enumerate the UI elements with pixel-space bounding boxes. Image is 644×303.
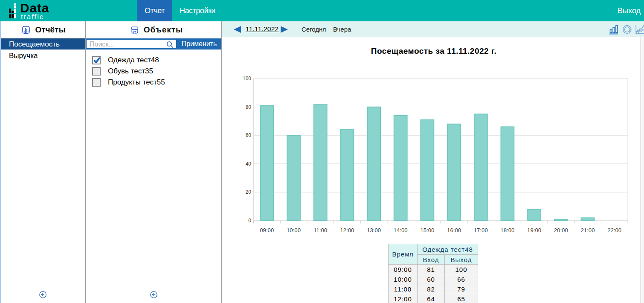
svg-text:40: 40 [246,161,252,167]
svg-text:0: 0 [248,218,251,224]
svg-text:60: 60 [246,132,252,138]
svg-text:13:00: 13:00 [367,227,381,233]
svg-text:14:00: 14:00 [394,227,408,233]
svg-text:17:00: 17:00 [474,227,488,233]
svg-text:20: 20 [246,189,252,195]
svg-text:22:00: 22:00 [607,227,621,233]
svg-text:18:00: 18:00 [500,227,514,233]
svg-text:11:00: 11:00 [313,227,327,233]
svg-text:Посещаемость за 11.11.2022 г.: Посещаемость за 11.11.2022 г. [371,47,496,55]
svg-text:19:00: 19:00 [527,227,541,233]
svg-text:80: 80 [246,104,252,110]
svg-text:09:00: 09:00 [260,227,274,233]
svg-text:21:00: 21:00 [580,227,595,233]
svg-text:15:00: 15:00 [420,227,434,233]
svg-text:20:00: 20:00 [554,227,568,233]
svg-text:12:00: 12:00 [340,227,354,233]
svg-text:10:00: 10:00 [287,227,301,233]
svg-text:16:00: 16:00 [447,227,461,233]
svg-text:100: 100 [243,76,251,82]
